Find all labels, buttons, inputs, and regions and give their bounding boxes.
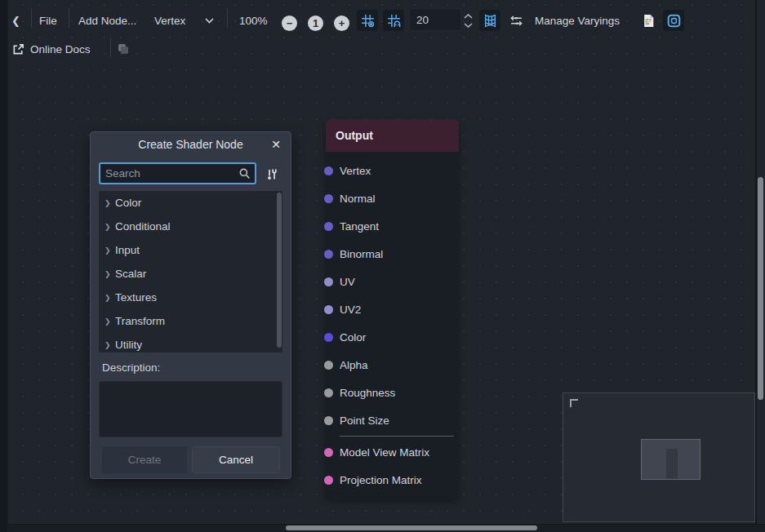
snap-toggle-button[interactable] [383, 10, 404, 31]
port-label: Model View Matrix [340, 446, 429, 459]
tree-item-transform[interactable]: ❯ Transform [99, 309, 282, 333]
zoom-out-button[interactable]: − [282, 12, 297, 33]
port-row: Projection Matrix [326, 466, 459, 494]
float-window-icon [667, 14, 681, 28]
plus-icon: + [334, 16, 349, 31]
output-node-header[interactable]: Output [326, 119, 459, 152]
spinner-up-button[interactable] [464, 14, 473, 19]
left-edge-panel [0, 0, 8, 532]
search-icon [238, 167, 251, 180]
port-label: Roughness [340, 387, 395, 399]
spinner-down-button[interactable] [464, 23, 473, 28]
online-docs-link[interactable]: Online Docs [12, 38, 91, 60]
vertical-scrollbar-thumb[interactable] [758, 177, 763, 400]
create-shader-node-dialog: Create Shader Node ✕ ❯ Color [90, 131, 291, 479]
port-label: Tangent [340, 220, 379, 233]
tree-item-scalar[interactable]: ❯ Scalar [99, 262, 282, 286]
wireframe-grid-icon [483, 14, 497, 28]
chevron-right-icon: ❯ [105, 270, 115, 278]
port-dot-color[interactable] [324, 333, 333, 342]
float-preview-button[interactable] [663, 10, 684, 31]
file-menu-button[interactable]: File [39, 10, 57, 31]
chevron-down-icon [205, 18, 214, 24]
port-row: Vertex [326, 157, 459, 184]
port-dot-tangent[interactable] [324, 222, 333, 231]
graph-minimap[interactable] [563, 392, 755, 522]
output-node-body: Vertex Normal Tangent Binormal UV UV2 [326, 152, 459, 499]
port-dot-roughness[interactable] [324, 388, 333, 397]
port-row: Color [326, 323, 459, 351]
one-icon: 1 [308, 16, 323, 31]
toolbar-separator [69, 8, 69, 28]
category-tree: ❯ Color ❯ Conditional ❯ Input ❯ Scalar ❯… [99, 191, 282, 352]
snap-settings-button[interactable] [357, 10, 378, 31]
tree-item-input[interactable]: ❯ Input [99, 238, 282, 262]
window-stack-button[interactable] [117, 38, 130, 60]
port-label: Point Size [340, 415, 389, 427]
manage-varyings-button[interactable]: Manage Varyings [535, 10, 620, 31]
chevron-right-icon: ❯ [105, 341, 115, 349]
port-row: UV2 [326, 295, 459, 323]
port-dot-uv2[interactable] [324, 305, 333, 314]
chevron-left-icon: ❮ [11, 15, 20, 27]
close-button[interactable]: ✕ [268, 136, 284, 153]
port-row: Roughness [326, 379, 459, 406]
port-label: Projection Matrix [340, 474, 422, 486]
minimap-viewport-rect[interactable] [641, 439, 701, 480]
snap-distance-input[interactable] [409, 8, 461, 31]
description-textarea[interactable] [99, 381, 282, 437]
shader-stage-dropdown[interactable]: Vertex [154, 10, 214, 31]
port-dot-model-view-matrix[interactable] [324, 448, 333, 457]
create-button[interactable]: Create [102, 446, 187, 473]
horizontal-scrollbar-thumb[interactable] [286, 525, 537, 530]
wireframe-toggle-button[interactable] [479, 10, 500, 31]
shader-code-button[interactable] [638, 10, 659, 31]
shader-graph-canvas[interactable]: ❮ File Add Node... Vertex 100% − 1 + [0, 0, 765, 532]
search-input[interactable] [100, 167, 238, 180]
port-dot-point-size[interactable] [324, 416, 333, 425]
code-file-icon [642, 14, 656, 28]
port-dot-alpha[interactable] [324, 361, 333, 370]
grid-gear-icon [361, 14, 375, 28]
toolbar-separator [227, 8, 228, 28]
external-link-icon [12, 43, 24, 55]
filter-tools-button[interactable] [263, 166, 281, 182]
port-label: UV [340, 276, 355, 288]
port-dot-vertex[interactable] [324, 166, 333, 175]
back-button[interactable]: ❮ [11, 10, 20, 31]
port-label: UV2 [340, 304, 361, 316]
shader-stage-value: Vertex [154, 15, 185, 27]
port-label: Color [340, 331, 366, 344]
port-dot-projection-matrix[interactable] [324, 476, 333, 485]
toolbar-separator [110, 38, 111, 57]
minimap-node-rect [666, 449, 678, 479]
port-row: Model View Matrix [326, 438, 459, 466]
dialog-title: Create Shader Node [91, 132, 291, 157]
description-label: Description: [102, 361, 160, 374]
cancel-button[interactable]: Cancel [192, 446, 280, 473]
tree-item-textures[interactable]: ❯ Textures [99, 286, 282, 309]
output-node[interactable]: Output Vertex Normal Tangent Binormal UV [326, 119, 459, 499]
port-dot-binormal[interactable] [324, 250, 333, 259]
zoom-in-button[interactable]: + [334, 12, 349, 33]
chevron-right-icon: ❯ [105, 294, 115, 302]
port-label: Binormal [340, 248, 383, 260]
arrange-nodes-button[interactable] [505, 10, 527, 31]
tree-item-utility[interactable]: ❯ Utility [99, 333, 282, 352]
tools-icon [265, 167, 278, 181]
add-node-button[interactable]: Add Node... [78, 10, 136, 31]
port-dot-uv[interactable] [324, 277, 333, 286]
grid-magnet-icon [387, 14, 401, 28]
port-dot-normal[interactable] [324, 194, 333, 203]
chevron-right-icon: ❯ [105, 246, 115, 255]
close-icon: ✕ [271, 138, 281, 151]
tree-item-color[interactable]: ❯ Color [99, 191, 282, 215]
port-row: Binormal [326, 240, 459, 268]
zoom-reset-button[interactable]: 1 [308, 12, 323, 33]
port-row: Normal [326, 184, 459, 212]
tree-scrollbar[interactable] [277, 193, 282, 348]
chevron-right-icon: ❯ [105, 317, 115, 326]
zoom-level-label: 100% [239, 10, 268, 31]
tree-item-conditional[interactable]: ❯ Conditional [99, 215, 282, 238]
node-title: Output [336, 129, 373, 142]
